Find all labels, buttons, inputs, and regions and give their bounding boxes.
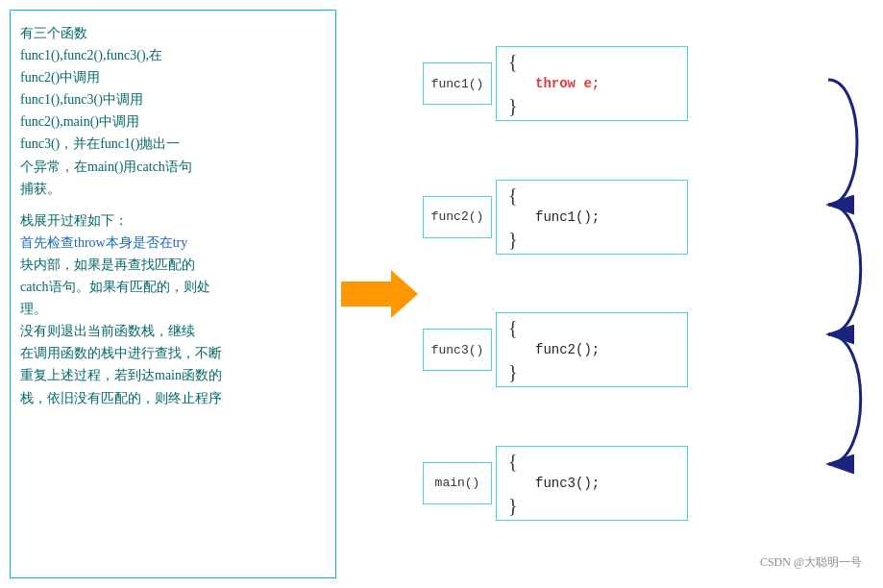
main-container: 有三个函数 func1(),func2(),func3(),在 func2()中… <box>0 0 883 588</box>
s2-l6: 在调用函数的栈中进行查找，不断 <box>20 342 326 364</box>
line1: func1(),func2(),func3(),在 <box>20 44 326 66</box>
s2-l2: 块内部，如果是再查找匹配的 <box>20 254 326 276</box>
s2-l3: catch语句。如果有匹配的，则处 <box>20 276 326 298</box>
title-line: 有三个函数 <box>20 22 326 44</box>
line7: 捕获。 <box>20 178 326 200</box>
main-code-box: { } func3(); <box>496 446 688 521</box>
svg-marker-0 <box>341 270 418 318</box>
brace-top-3: { <box>508 318 524 337</box>
brace-bottom-2: } <box>508 230 524 249</box>
func1-row: func1() { } throw e; <box>423 31 873 136</box>
main-row: main() { } func3(); <box>423 430 873 536</box>
func3-code-box: { } func2(); <box>496 312 688 387</box>
main-code: func3(); <box>531 476 600 491</box>
right-panel: func1() { } throw e; func2() { } <box>423 10 873 578</box>
section2-title: 栈展开过程如下： <box>20 209 326 232</box>
s2-l4: 理。 <box>20 298 326 320</box>
brace-bottom-4: } <box>508 496 524 515</box>
line4: func2(),main()中调用 <box>20 110 326 133</box>
func3-label: func3() <box>423 329 492 371</box>
func2-code-box: { } func1(); <box>496 180 688 255</box>
brace-top-4: { <box>508 452 524 471</box>
brace-bottom-3: } <box>508 362 524 381</box>
brace-bottom-1: } <box>508 96 524 115</box>
main-label: main() <box>423 462 492 504</box>
line3: func1(),func3()中调用 <box>20 88 326 110</box>
s2-l8: 栈，依旧没有匹配的，则终止程序 <box>20 387 326 409</box>
orange-arrow-icon <box>341 270 418 318</box>
left-panel: 有三个函数 func1(),func2(),func3(),在 func2()中… <box>10 10 336 578</box>
arrow-area <box>336 10 423 578</box>
brace-top-1: { <box>508 52 524 71</box>
watermark: CSDN @大聪明一号 <box>760 554 862 571</box>
func2-label: func2() <box>423 196 492 238</box>
line6: 个异常，在main()用catch语句 <box>20 156 326 178</box>
func2-code: func1(); <box>531 209 600 225</box>
func1-code-box: { } throw e; <box>496 46 688 121</box>
blue-arrows-svg <box>819 27 871 546</box>
func2-row: func2() { } func1(); <box>423 164 873 270</box>
func1-code: throw e; <box>531 76 600 91</box>
s2-l1: 首先检查throw本身是否在try <box>20 232 326 254</box>
func3-row: func3() { } func2(); <box>423 297 873 403</box>
line5: func3()，并在func1()抛出一 <box>20 133 326 155</box>
func3-code: func2(); <box>531 342 600 357</box>
brace-top-2: { <box>508 185 524 205</box>
s2-l5: 没有则退出当前函数栈，继续 <box>20 320 326 342</box>
func1-label: func1() <box>423 62 492 105</box>
line2: func2()中调用 <box>20 66 326 88</box>
s2-l7: 重复上述过程，若到达main函数的 <box>20 364 326 386</box>
